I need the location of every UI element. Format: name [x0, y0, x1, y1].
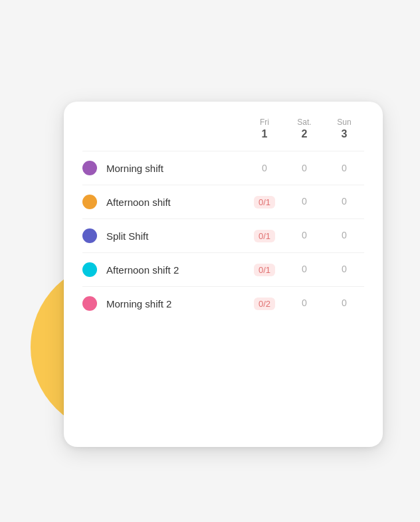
- shift-cell: 0/1: [245, 230, 284, 242]
- shift-row[interactable]: Split Shift0/100: [82, 218, 364, 252]
- cell-badge: 0/1: [254, 230, 275, 242]
- day-number: 3: [324, 128, 364, 140]
- shift-cell: 0: [324, 196, 364, 209]
- shift-cell: 0/1: [245, 264, 284, 276]
- shift-dot: [82, 296, 97, 311]
- shift-cells: 0/200: [245, 298, 364, 310]
- shift-name: Afternoon shift: [106, 197, 245, 208]
- header-row: Fri 1 Sat. 2 Sun 3: [82, 118, 364, 140]
- cell-zero: 0: [302, 264, 307, 274]
- shift-cells: 0/100: [245, 196, 364, 209]
- shift-dot: [82, 228, 97, 243]
- shift-cell: 0: [245, 163, 284, 173]
- shift-cells: 000: [245, 163, 364, 173]
- cell-badge: 0/1: [254, 196, 275, 209]
- shift-cell: 0: [284, 264, 324, 276]
- shift-name: Morning shift: [106, 163, 245, 174]
- shift-name: Morning shift 2: [106, 298, 245, 309]
- cell-badge: 0/2: [254, 298, 275, 310]
- shifts-list: Morning shift000Afternoon shift0/100Spli…: [82, 151, 364, 320]
- shift-row[interactable]: Morning shift 20/200: [82, 286, 364, 320]
- shift-dot: [82, 161, 97, 175]
- shift-cell: 0: [324, 298, 364, 310]
- shift-row[interactable]: Afternoon shift0/100: [82, 185, 364, 218]
- shift-cell: 0: [284, 230, 324, 242]
- shift-dot: [82, 195, 97, 209]
- cell-zero: 0: [302, 163, 307, 173]
- shift-row[interactable]: Morning shift000: [82, 151, 364, 185]
- shifts-card: Fri 1 Sat. 2 Sun 3 Morning shift000After…: [64, 102, 383, 447]
- shift-cell: 0/2: [245, 298, 284, 310]
- shift-dot: [82, 262, 97, 277]
- day-col: Fri 1: [245, 118, 284, 140]
- shift-cell: 0: [324, 163, 364, 173]
- day-col: Sat. 2: [284, 118, 324, 140]
- cell-zero: 0: [342, 230, 347, 240]
- day-name: Sun: [324, 118, 364, 127]
- shift-cell: 0: [284, 298, 324, 310]
- shift-name: Split Shift: [106, 230, 245, 242]
- scene: Fri 1 Sat. 2 Sun 3 Morning shift000After…: [37, 75, 383, 447]
- day-col: Sun 3: [324, 118, 364, 140]
- shift-cells: 0/100: [245, 264, 364, 276]
- cell-zero: 0: [342, 264, 347, 274]
- day-headers: Fri 1 Sat. 2 Sun 3: [245, 118, 364, 140]
- cell-badge: 0/1: [254, 264, 275, 276]
- day-name: Fri: [245, 118, 284, 127]
- day-number: 2: [284, 128, 324, 140]
- cell-zero: 0: [302, 298, 307, 308]
- cell-zero: 0: [262, 163, 267, 173]
- cell-zero: 0: [302, 230, 307, 240]
- shift-cell: 0: [284, 196, 324, 209]
- shift-name: Afternoon shift 2: [106, 264, 245, 276]
- shift-cell: 0: [284, 163, 324, 173]
- shift-cell: 0: [324, 230, 364, 242]
- cell-zero: 0: [342, 298, 347, 308]
- cell-zero: 0: [342, 163, 347, 173]
- cell-zero: 0: [342, 196, 347, 207]
- cell-zero: 0: [302, 196, 307, 207]
- shift-row[interactable]: Afternoon shift 20/100: [82, 252, 364, 286]
- shift-cell: 0: [324, 264, 364, 276]
- shift-cells: 0/100: [245, 230, 364, 242]
- day-number: 1: [245, 128, 284, 140]
- day-name: Sat.: [284, 118, 324, 127]
- shift-cell: 0/1: [245, 196, 284, 209]
